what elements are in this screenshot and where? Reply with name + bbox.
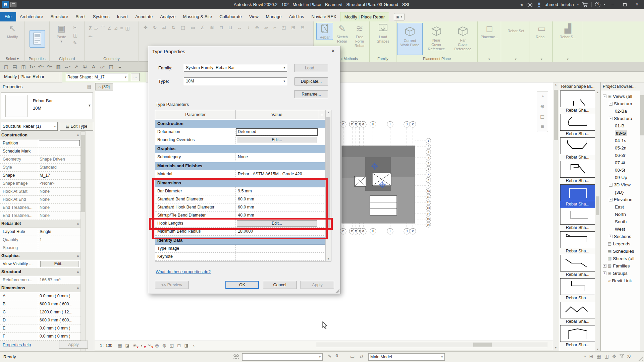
qat-measure-icon[interactable]: ↔▾ — [63, 63, 71, 71]
clipboard-tool-icon-3[interactable]: ✎ — [73, 40, 81, 46]
rebar-shape-item-4[interactable]: Rebar Sha... — [560, 161, 595, 184]
qat-text-icon[interactable]: A — [90, 63, 98, 71]
view-tab-3d[interactable]: ⌂ {3D} — [95, 83, 113, 90]
tab-massing-site[interactable]: Massing & Site — [179, 12, 216, 21]
modify-tool-icon-7[interactable]: ∠ — [200, 25, 205, 30]
ok-button[interactable]: OK — [225, 281, 259, 289]
navbar-zoom-icon[interactable]: ⊕ — [537, 102, 548, 112]
qat-print-icon[interactable]: ▥ — [54, 63, 62, 71]
navbar-steering-wheel-icon[interactable]: ◔ — [537, 92, 548, 102]
param-value-rounding-overrides[interactable]: Edit... — [236, 136, 318, 144]
panel-geometry-label[interactable]: Geometry — [85, 56, 139, 62]
param-formula-cell[interactable] — [318, 170, 325, 178]
section-construction[interactable]: Construction∧ — [0, 131, 80, 139]
tab-steel[interactable]: Steel — [72, 12, 89, 21]
modify-tool-icon-15[interactable]: ⌐ — [273, 25, 276, 30]
param-value-material[interactable]: Rebar - ASTM A615M - Grade 420 - — [236, 170, 318, 178]
tab-manage[interactable]: Manage — [262, 12, 285, 21]
edit-type-button[interactable]: ▤ Edit Type — [60, 122, 93, 131]
param-formula-cell[interactable] — [318, 195, 325, 203]
geometry-tool-icon-5[interactable]: ⊿ — [114, 25, 118, 32]
close-button[interactable]: × — [633, 1, 641, 8]
type-selector[interactable]: Rebar Bar 10M ▼ — [1, 93, 93, 119]
panel-family-label[interactable]: Family — [370, 56, 396, 62]
tree-item-3d-view[interactable]: −3D View — [601, 181, 640, 188]
rebar-shape-item-1[interactable]: Rebar Sha... — [560, 90, 595, 114]
group-construction[interactable]: Construction∧ — [155, 120, 331, 128]
group-graphics[interactable]: Graphics∧ — [155, 145, 331, 153]
table-scrollbar[interactable]: ▲ ▼ — [325, 110, 331, 261]
rounding-overrides-edit-button[interactable]: Edit... — [237, 137, 317, 143]
modify-tool-icon-4[interactable]: ⇅ — [171, 25, 175, 30]
status-select-pinned-toggle-icon[interactable]: ◫ — [604, 354, 609, 359]
qat-section-icon[interactable]: ◰ — [107, 63, 115, 71]
expand-node-icon[interactable]: + — [603, 272, 606, 275]
search-collapse-icon[interactable]: ◄ — [519, 2, 523, 7]
tree-item-03-g[interactable]: 03-G — [601, 129, 640, 137]
collapse-section-icon[interactable]: ∧ — [77, 131, 79, 139]
property-value[interactable]: <None> — [38, 180, 80, 187]
tree-item-elevation[interactable]: −Elevation — [601, 196, 640, 203]
tree-item-west[interactable]: West — [601, 225, 640, 233]
revit-logo-icon[interactable]: R — [2, 1, 9, 8]
duplicate-button[interactable]: Duplicate... — [294, 77, 328, 85]
properties-help-link[interactable]: Properties help — [3, 343, 31, 347]
tree-item-07-4t[interactable]: 07-4t — [601, 159, 640, 166]
type-combo[interactable]: 10M▾ — [184, 77, 287, 85]
binoculars-search-icon[interactable] — [527, 2, 533, 7]
param-value-deformation[interactable]: Deformed — [236, 128, 318, 136]
tree-item-revit-link[interactable]: ∞Revit Link — [601, 277, 640, 284]
property-value[interactable] — [38, 244, 80, 252]
paste-button[interactable]: ▣ Paste▾ — [51, 23, 72, 44]
param-value-bar-diameter[interactable]: 9.5 mm — [236, 187, 318, 195]
help-menu-arrow-icon[interactable]: ▾ — [604, 3, 605, 6]
param-value-standard-hook-bend-diameter[interactable]: 60.0 mm — [236, 203, 318, 211]
tree-item-06-3r[interactable]: 06-3r — [601, 152, 640, 159]
panel-select-label[interactable]: Select ▾ — [0, 56, 24, 62]
tab-file[interactable]: File — [0, 12, 16, 21]
dialog-title-bar[interactable]: Type Properties × — [148, 46, 340, 57]
param-formula-cell[interactable] — [318, 128, 325, 136]
qat-default-3d-view-icon[interactable]: ⌂▾ — [98, 63, 106, 71]
view-visibility-edit-button[interactable]: Edit... — [40, 261, 78, 267]
expand-node-icon[interactable]: + — [609, 235, 612, 238]
geometry-tool-icon-2[interactable]: ▱ — [94, 25, 98, 32]
property-value[interactable]: None — [38, 212, 80, 220]
tab-analyze[interactable]: Analyze — [156, 12, 179, 21]
help-icon[interactable]: ? — [595, 2, 600, 7]
signed-in-user[interactable]: ahmed_heteba — [545, 2, 574, 7]
rebar-shape-item-10[interactable]: Rebar Sha... — [560, 302, 595, 325]
far-cover-reference-button[interactable]: FarCover Reference — [450, 23, 476, 55]
design-options-icon[interactable]: ▭ — [350, 354, 355, 359]
geometry-tool-icon-8[interactable]: ✏ — [89, 34, 93, 39]
rebar-shape-item-3[interactable]: Rebar Sha... — [560, 137, 595, 161]
param-value-type-image[interactable] — [236, 245, 318, 252]
status-filter-icon[interactable] — [620, 354, 624, 359]
status-drag-select-toggle-icon[interactable]: ✥ — [612, 354, 616, 359]
tree-item-views-all[interactable]: −▣Views (all — [601, 93, 640, 100]
collapse-node-icon[interactable]: − — [609, 102, 612, 106]
load-shapes-button[interactable]: Load Shapes — [373, 23, 393, 44]
property-value[interactable]: None — [38, 196, 80, 203]
modify-tool-icon-11[interactable]: ↔ — [237, 25, 242, 30]
modify-tool-icon-6[interactable]: ▭ — [191, 25, 195, 30]
active-design-option-icon[interactable]: ⇄ — [360, 354, 364, 359]
vcb-reveal-hidden-elements-icon[interactable]: ◎ — [153, 342, 161, 349]
rebar-shape-item-2[interactable]: Rebar Sha... — [560, 114, 595, 137]
tab-modify-place-rebar[interactable]: Modify | Place Rebar — [340, 12, 389, 21]
restore-button[interactable] — [621, 1, 629, 8]
vcb-worksharing-display-icon[interactable]: ◨ — [183, 342, 190, 349]
vcb-sun-path-icon[interactable]: ☀x — [131, 342, 139, 349]
property-value[interactable]: None — [38, 204, 80, 212]
modify-tool-icon-13[interactable]: ⊕ — [255, 25, 259, 30]
canvas-horizontal-scrollbar[interactable] — [316, 342, 547, 347]
shape-browser-scrollbar[interactable]: ▲ ▼ — [595, 90, 600, 351]
qat-thin-lines-icon[interactable]: ≡ — [116, 63, 124, 71]
property-value[interactable]: None — [38, 188, 80, 195]
param-formula-cell[interactable] — [318, 253, 325, 260]
param-formula-cell[interactable] — [318, 245, 325, 252]
tab-structure[interactable]: Structure — [47, 12, 72, 21]
collapse-section-icon[interactable]: ∧ — [77, 252, 79, 260]
rename-button[interactable]: Rename... — [294, 90, 328, 98]
tree-item-05-2n[interactable]: 05-2n — [601, 144, 640, 152]
